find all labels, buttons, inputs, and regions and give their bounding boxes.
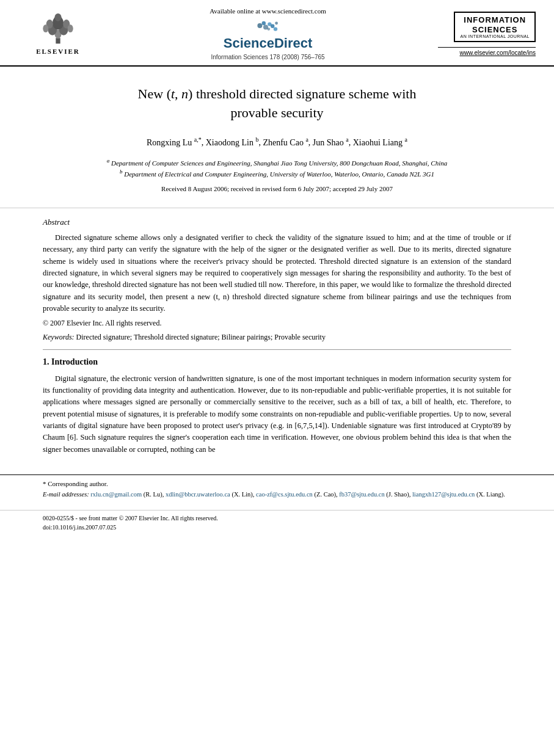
footnotes-section: * Corresponding author. E-mail addresses… xyxy=(0,474,554,505)
title-section: New (t, n) threshold directed signature … xyxy=(0,67,554,208)
abstract-text: Directed signature scheme allows only a … xyxy=(43,232,511,315)
authors-line: Rongxing Lu a,*, Xiaodong Lin b, Zhenfu … xyxy=(43,135,511,150)
sciencedirect-section: Available online at www.sciencedirect.co… xyxy=(98,7,438,60)
email-rxlu[interactable]: rxlu.cn@gmail.com xyxy=(90,491,142,498)
main-content: Abstract Directed signature scheme allow… xyxy=(0,208,554,468)
email-addresses: E-mail addresses: rxlu.cn@gmail.com (R. … xyxy=(43,490,511,500)
journal-header: ELSEVIER Available online at www.science… xyxy=(0,0,554,67)
abstract-copyright: © 2007 Elsevier Inc. All rights reserved… xyxy=(43,319,511,328)
svg-rect-0 xyxy=(56,38,60,43)
received-dates: Received 8 August 2006; received in revi… xyxy=(43,185,511,192)
info-sciences-title: INFORMATIONSCIENCES xyxy=(460,15,530,34)
email-liangxh[interactable]: liangxh127@sjtu.edu.cn xyxy=(412,491,475,498)
affiliations: a Department of Computer Sciences and En… xyxy=(43,157,511,179)
sciencedirect-logo: ScienceDirect xyxy=(224,17,313,51)
info-sciences-box: INFORMATIONSCIENCES AN INTERNATIONAL JOU… xyxy=(454,12,536,42)
journal-info: Information Sciences 178 (2008) 756–765 xyxy=(211,54,324,60)
page: ELSEVIER Available online at www.science… xyxy=(0,0,554,756)
elsevier-label: ELSEVIER xyxy=(36,48,80,55)
email-fb37[interactable]: fb37@sjtu.edu.cn xyxy=(339,491,384,498)
svg-point-10 xyxy=(257,23,262,28)
intro-section-title: 1. Introduction xyxy=(43,357,511,367)
issn-line: 0020-0255/$ - see front matter © 2007 El… xyxy=(43,514,511,523)
corresponding-author-note: * Corresponding author. xyxy=(43,480,511,487)
elsevier-logo-section: ELSEVIER xyxy=(18,13,98,55)
journal-brand-section: INFORMATIONSCIENCES AN INTERNATIONAL JOU… xyxy=(438,12,536,56)
svg-point-17 xyxy=(273,27,277,31)
keywords-line: Keywords: Directed signature; Threshold … xyxy=(43,333,511,342)
doi-line: doi:10.1016/j.ins.2007.07.025 xyxy=(43,523,511,532)
email-xdlin[interactable]: xdlin@bbcr.uwaterloo.ca xyxy=(166,491,230,498)
svg-point-14 xyxy=(267,27,270,31)
email-label: E-mail addresses: xyxy=(43,491,89,498)
elsevier-tree-icon xyxy=(34,13,82,46)
sd-icon xyxy=(256,17,280,34)
keywords-text: Directed signature; Threshold directed s… xyxy=(76,333,326,341)
available-online-text: Available online at www.sciencedirect.co… xyxy=(210,7,326,15)
info-sciences-subtitle: AN INTERNATIONAL JOURNAL xyxy=(460,34,530,38)
svg-point-8 xyxy=(68,24,73,32)
abstract-header: Abstract xyxy=(43,217,511,227)
bottom-footer: 0020-0255/$ - see front matter © 2007 El… xyxy=(0,510,554,535)
paper-title: New (t, n) threshold directed signature … xyxy=(43,85,511,123)
svg-point-7 xyxy=(43,24,48,32)
email-list: rxlu.cn@gmail.com (R. Lu), xdlin@bbcr.uw… xyxy=(90,491,505,498)
section-divider xyxy=(43,349,511,350)
email-caozf[interactable]: cao-zf@cs.sjtu.edu.cn xyxy=(256,491,313,498)
keywords-label: Keywords: xyxy=(43,333,75,341)
svg-point-9 xyxy=(55,13,62,21)
svg-point-15 xyxy=(271,24,274,28)
journal-url: www.elsevier.com/locate/ins xyxy=(438,47,536,56)
svg-point-16 xyxy=(275,22,278,25)
sciencedirect-name: ScienceDirect xyxy=(224,35,313,51)
svg-point-11 xyxy=(261,21,265,25)
intro-paragraph-1: Digital signature, the electronic versio… xyxy=(43,373,511,456)
